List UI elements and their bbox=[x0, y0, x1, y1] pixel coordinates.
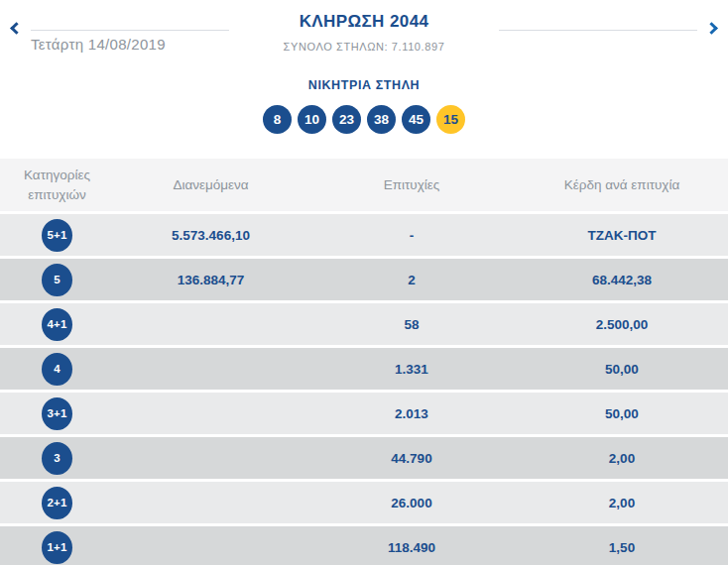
joker-draw-results-page: Τετάρτη 14/08/2019 ΚΛΗΡΩΣΗ 2044 ΣΥΝΟΛΟ Σ… bbox=[0, 0, 728, 565]
distributed-value: 5.573.466,10 bbox=[114, 228, 307, 243]
table-row: 5 136.884,77 2 68.442,38 bbox=[0, 259, 728, 300]
category-badge: 1+1 bbox=[42, 531, 72, 564]
hits-value: 26.000 bbox=[307, 496, 516, 510]
total-columns-label: ΣΥΝΟΛΟ ΣΤΗΛΩΝ: 7.110.897 bbox=[0, 41, 728, 53]
hits-value: 118.490 bbox=[307, 540, 516, 555]
column-header-winnings: Κέρδη ανά επιτυχία bbox=[516, 175, 728, 195]
hits-value: 1.331 bbox=[307, 362, 516, 377]
table-row: 5+1 5.573.466,10 - ΤΖΑΚ-ΠΟΤ bbox=[0, 214, 728, 256]
category-badge: 4 bbox=[42, 353, 72, 386]
table-row: 3 44.790 2,00 bbox=[0, 437, 728, 479]
winning-numbers: 8 10 23 38 45 15 bbox=[0, 105, 728, 134]
category-badge: 2+1 bbox=[42, 487, 72, 519]
winnings-value: 50,00 bbox=[516, 362, 728, 377]
table-row: 3+1 2.013 50,00 bbox=[0, 393, 728, 434]
hits-value: 44.790 bbox=[307, 451, 516, 466]
category-badge: 5 bbox=[42, 264, 72, 296]
table-header-row: Κατηγορίες επιτυχιών Διανεμόμενα Επιτυχί… bbox=[0, 159, 728, 211]
winnings-value: 2,00 bbox=[516, 451, 728, 466]
prize-tiers-table: Κατηγορίες επιτυχιών Διανεμόμενα Επιτυχί… bbox=[0, 159, 728, 565]
winning-number-ball: 8 bbox=[263, 105, 292, 134]
winning-number-ball: 45 bbox=[402, 105, 430, 134]
distributed-value: 136.884,77 bbox=[114, 273, 307, 287]
table-row: 2+1 26.000 2,00 bbox=[0, 482, 728, 523]
winnings-value: 2.500,00 bbox=[516, 317, 728, 332]
table-row: 4 1.331 50,00 bbox=[0, 348, 728, 390]
winnings-value: 2,00 bbox=[516, 496, 728, 510]
draw-title: ΚΛΗΡΩΣΗ 2044 bbox=[0, 12, 728, 32]
winnings-value: ΤΖΑΚ-ΠΟΤ bbox=[516, 228, 728, 243]
column-header-distributed: Διανεμόμενα bbox=[114, 175, 307, 195]
table-body: 5+1 5.573.466,10 - ΤΖΑΚ-ΠΟΤ 5 136.884,77… bbox=[0, 214, 728, 565]
divider-right bbox=[499, 30, 697, 31]
winning-column-section: ΝΙΚΗΤΡΙΑ ΣΤΗΛΗ 8 10 23 38 45 15 bbox=[0, 61, 728, 159]
category-badge: 4+1 bbox=[42, 308, 72, 341]
category-badge: 5+1 bbox=[42, 219, 72, 252]
column-header-hits: Επιτυχίες bbox=[307, 175, 516, 195]
winning-number-ball: 10 bbox=[298, 105, 326, 134]
winning-number-ball: 23 bbox=[332, 105, 361, 134]
category-badge: 3 bbox=[42, 442, 72, 475]
winnings-value: 50,00 bbox=[516, 406, 728, 421]
winnings-value: 68.442,38 bbox=[516, 273, 728, 287]
draw-header-center: ΚΛΗΡΩΣΗ 2044 ΣΥΝΟΛΟ ΣΤΗΛΩΝ: 7.110.897 bbox=[0, 12, 728, 53]
hits-value: 2 bbox=[307, 273, 516, 287]
hits-value: - bbox=[307, 228, 516, 243]
winning-column-title: ΝΙΚΗΤΡΙΑ ΣΤΗΛΗ bbox=[0, 78, 728, 92]
category-badge: 3+1 bbox=[42, 397, 72, 430]
joker-number-ball: 15 bbox=[436, 105, 465, 134]
column-header-categories: Κατηγορίες επιτυχιών bbox=[0, 166, 114, 204]
draw-header: Τετάρτη 14/08/2019 ΚΛΗΡΩΣΗ 2044 ΣΥΝΟΛΟ Σ… bbox=[0, 0, 728, 61]
winnings-value: 1,50 bbox=[516, 540, 728, 555]
table-row: 1+1 118.490 1,50 bbox=[0, 526, 728, 565]
hits-value: 58 bbox=[307, 317, 516, 332]
hits-value: 2.013 bbox=[307, 406, 516, 421]
table-row: 4+1 58 2.500,00 bbox=[0, 303, 728, 345]
winning-number-ball: 38 bbox=[367, 105, 396, 134]
